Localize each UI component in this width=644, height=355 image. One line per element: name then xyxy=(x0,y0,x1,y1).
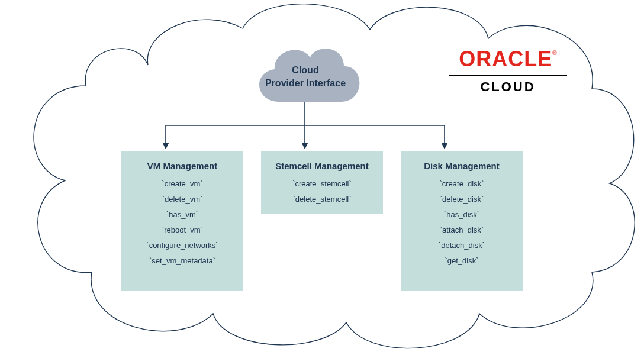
disk-management-box: Disk Management `create_disk` `delete_di… xyxy=(401,151,523,291)
list-item: `create_stemcell` xyxy=(267,179,377,188)
list-item: `attach_disk` xyxy=(407,225,517,234)
cpi-label-line2: Provider Interface xyxy=(246,77,365,90)
vm-box-items: `create_vm` `delete_vm` `has_vm` `reboot… xyxy=(127,179,237,265)
stemcell-box-title: Stemcell Management xyxy=(267,161,377,171)
cpi-cloud-label: Cloud Provider Interface xyxy=(246,64,365,89)
list-item: `has_disk` xyxy=(407,210,517,219)
list-item: `delete_stemcell` xyxy=(267,195,377,204)
stemcell-management-box: Stemcell Management `create_stemcell` `d… xyxy=(261,151,383,214)
disk-box-title: Disk Management xyxy=(407,161,517,171)
list-item: `set_vm_metadata` xyxy=(127,256,237,265)
logo-divider xyxy=(449,75,567,76)
management-boxes-row: VM Management `create_vm` `delete_vm` `h… xyxy=(0,151,644,291)
list-item: `detach_disk` xyxy=(407,241,517,250)
list-item: `reboot_vm` xyxy=(127,225,237,234)
cloud-wordmark: CLOUD xyxy=(443,79,573,95)
list-item: `delete_vm` xyxy=(127,195,237,204)
list-item: `create_vm` xyxy=(127,179,237,188)
registered-mark: ® xyxy=(552,50,556,56)
cpi-label-line1: Cloud xyxy=(246,64,365,77)
stemcell-box-items: `create_stemcell` `delete_stemcell` xyxy=(267,179,377,204)
list-item: `get_disk` xyxy=(407,256,517,265)
vm-management-box: VM Management `create_vm` `delete_vm` `h… xyxy=(121,151,243,291)
list-item: `delete_disk` xyxy=(407,195,517,204)
list-item: `create_disk` xyxy=(407,179,517,188)
vm-box-title: VM Management xyxy=(127,161,237,171)
oracle-wordmark: ORACLE xyxy=(459,49,552,70)
list-item: `configure_networks` xyxy=(127,241,237,250)
oracle-cloud-logo: ORACLE® CLOUD xyxy=(443,49,573,95)
disk-box-items: `create_disk` `delete_disk` `has_disk` `… xyxy=(407,179,517,265)
list-item: `has_vm` xyxy=(127,210,237,219)
